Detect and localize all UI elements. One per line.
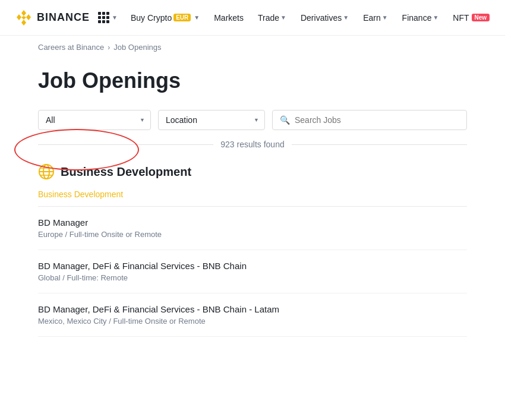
nav-finance[interactable]: Finance ▼	[395, 0, 446, 36]
job-list: BD Manager Europe / Full-time Onsite or …	[38, 207, 467, 337]
finance-chevron: ▼	[433, 14, 438, 21]
job-title: BD Manager	[38, 217, 467, 228]
department-select[interactable]: All Business Development Engineering Des…	[38, 110, 151, 130]
buy-crypto-chevron: ▼	[194, 14, 200, 21]
job-item[interactable]: BD Manager, DeFi & Financial Services - …	[38, 250, 467, 293]
nav-earn[interactable]: Earn ▼	[356, 0, 394, 36]
page-title: Job Openings	[38, 68, 467, 93]
category-title: Business Development	[61, 165, 191, 179]
nav-nft[interactable]: NFT New	[446, 0, 497, 36]
department-select-wrapper: All Business Development Engineering Des…	[38, 110, 151, 130]
job-title: BD Manager, DeFi & Financial Services - …	[38, 261, 467, 271]
location-select[interactable]: Location Europe Asia Global Remote	[158, 110, 265, 130]
filters-row: All Business Development Engineering Des…	[38, 110, 467, 130]
nav-markets[interactable]: Markets	[207, 0, 251, 36]
nav-trade[interactable]: Trade ▼	[251, 0, 293, 36]
search-box: 🔍	[272, 110, 467, 130]
eur-badge: EUR	[173, 14, 191, 21]
results-count: 923 results found	[213, 140, 291, 149]
job-meta: Mexico, Mexico City / Full-time Onsite o…	[38, 317, 467, 326]
trade-chevron: ▼	[280, 14, 286, 21]
nav-items: Buy Crypto EUR ▼ Markets Trade ▼ Derivat…	[124, 0, 497, 36]
grid-menu-button[interactable]: ▼	[94, 10, 121, 26]
category-icon-globe	[38, 163, 55, 180]
earn-chevron: ▼	[382, 14, 388, 21]
logo[interactable]: BINANCE	[14, 8, 90, 27]
job-meta: Global / Full-time: Remote	[38, 273, 467, 282]
breadcrumb: Careers at Binance › Job Openings	[0, 36, 505, 59]
main-content: Job Openings All Business Development En…	[0, 59, 505, 361]
breadcrumb-current: Job Openings	[113, 43, 161, 52]
derivatives-chevron: ▼	[343, 14, 349, 21]
new-badge: New	[472, 14, 490, 21]
svg-marker-1	[17, 14, 21, 20]
breadcrumb-parent[interactable]: Careers at Binance	[38, 43, 104, 52]
svg-marker-3	[21, 20, 26, 26]
grid-icon	[98, 12, 109, 23]
svg-marker-2	[26, 14, 31, 20]
search-input[interactable]	[295, 115, 459, 125]
category-header: Business Development	[38, 163, 467, 180]
svg-marker-0	[21, 10, 26, 16]
job-item[interactable]: BD Manager Europe / Full-time Onsite or …	[38, 207, 467, 250]
category-link-business-development[interactable]: Business Development	[38, 190, 123, 199]
category-business-development: Business Development Business Developmen…	[38, 163, 467, 337]
nav-derivatives[interactable]: Derivatives ▼	[293, 0, 356, 36]
breadcrumb-separator: ›	[108, 43, 110, 52]
grid-chevron-icon: ▼	[112, 14, 118, 21]
navbar: BINANCE ▼ Buy Crypto EUR ▼ Markets Trade…	[0, 0, 505, 36]
search-icon: 🔍	[280, 115, 290, 125]
binance-logo-icon	[14, 8, 33, 27]
job-title: BD Manager, DeFi & Financial Services - …	[38, 304, 467, 314]
location-select-wrapper: Location Europe Asia Global Remote	[158, 110, 265, 130]
nav-buy-crypto[interactable]: Buy Crypto EUR ▼	[124, 0, 207, 36]
job-meta: Europe / Full-time Onsite or Remote	[38, 230, 467, 239]
job-item[interactable]: BD Manager, DeFi & Financial Services - …	[38, 293, 467, 337]
logo-text: BINANCE	[37, 11, 90, 24]
svg-marker-4	[21, 16, 26, 20]
results-row: 923 results found	[38, 140, 467, 149]
